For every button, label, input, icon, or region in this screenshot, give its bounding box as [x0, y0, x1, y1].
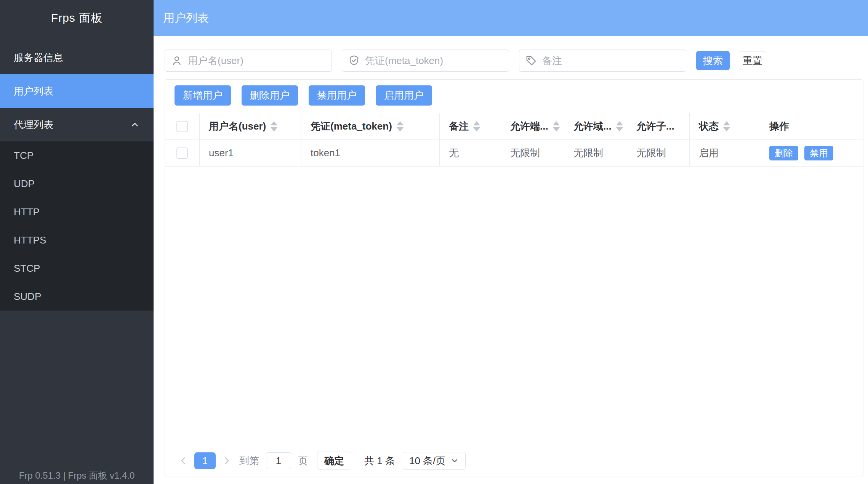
sidebar-item-http[interactable]: HTTP [0, 198, 154, 226]
header-actions: 操作 [760, 113, 863, 139]
user-icon [171, 55, 183, 66]
header-allowed-subdomains[interactable]: 允许子... [627, 113, 690, 139]
page-number-button[interactable]: 1 [194, 452, 216, 469]
header-allowed-ports[interactable]: 允许端... [501, 113, 564, 139]
add-user-button[interactable]: 新增用户 [175, 85, 231, 106]
user-table-panel: 新增用户 删除用户 禁用用户 启用用户 用户名(user) 凭证(meta_to… [165, 79, 863, 476]
row-checkbox-cell [165, 140, 200, 166]
delete-user-button[interactable]: 删除用户 [242, 85, 298, 106]
page-size-select[interactable]: 10 条/页 [403, 452, 466, 470]
header-allowed-domains[interactable]: 允许域... [564, 113, 627, 139]
sort-icon[interactable] [723, 121, 730, 131]
sidebar-item-label: 用户列表 [14, 85, 53, 98]
sort-icon[interactable] [397, 121, 404, 131]
sort-icon[interactable] [553, 121, 560, 131]
username-field-wrapper [165, 50, 332, 72]
row-disable-button[interactable]: 禁用 [804, 146, 833, 160]
note-input[interactable] [542, 55, 680, 67]
header-label: 备注 [449, 120, 469, 133]
chevron-up-icon [130, 120, 140, 130]
sidebar-item-server-info[interactable]: 服务器信息 [0, 41, 154, 74]
sidebar-menu: 服务器信息 用户列表 代理列表 TCP UDP HTTP HTTPS STCP … [0, 41, 154, 470]
cell-status: 启用 [690, 140, 760, 166]
sidebar-item-label: STCP [14, 263, 40, 274]
sidebar-item-label: UDP [14, 178, 35, 190]
main-area: 用户列表 搜索 重置 新增用户 删除用户 禁用用户 [154, 0, 868, 484]
sidebar: Frps 面板 服务器信息 用户列表 代理列表 TCP UDP HTTP HTT… [0, 0, 154, 484]
row-checkbox[interactable] [176, 147, 188, 159]
sidebar-item-https[interactable]: HTTPS [0, 226, 154, 254]
sidebar-item-sudp[interactable]: SUDP [0, 282, 154, 311]
frps-dashboard: Frps 面板 服务器信息 用户列表 代理列表 TCP UDP HTTP HTT… [0, 0, 868, 484]
header-status[interactable]: 状态 [690, 113, 760, 139]
cell-domains: 无限制 [564, 140, 627, 166]
reset-button[interactable]: 重置 [739, 51, 766, 70]
row-delete-button[interactable]: 删除 [769, 146, 798, 160]
sidebar-item-label: TCP [14, 150, 34, 162]
chevron-right-icon[interactable] [222, 456, 232, 466]
cell-note: 无 [440, 140, 501, 166]
tag-icon [525, 55, 537, 66]
header-label: 允许域... [573, 120, 612, 133]
header-label: 操作 [769, 120, 789, 133]
sidebar-item-proxy-list[interactable]: 代理列表 [0, 108, 154, 141]
enable-user-button[interactable]: 启用用户 [376, 85, 432, 106]
header-note[interactable]: 备注 [440, 113, 501, 139]
goto-page-input[interactable] [266, 452, 291, 469]
goto-suffix-label: 页 [298, 454, 308, 468]
disable-user-button[interactable]: 禁用用户 [309, 85, 365, 106]
note-field-wrapper [519, 50, 686, 72]
goto-prefix-label: 到第 [239, 454, 259, 468]
total-count-label: 共 1 条 [364, 454, 395, 468]
sort-icon[interactable] [473, 121, 480, 131]
sidebar-item-tcp[interactable]: TCP [0, 141, 154, 170]
select-all-checkbox[interactable] [176, 121, 188, 132]
header-label: 状态 [699, 120, 719, 133]
chevron-down-icon [450, 456, 459, 465]
header-token[interactable]: 凭证(meta_token) [301, 113, 440, 139]
header-checkbox-cell [165, 113, 200, 139]
cell-subdomains: 无限制 [627, 140, 690, 166]
username-input[interactable] [188, 55, 325, 67]
cell-ports: 无限制 [501, 140, 564, 166]
page-header: 用户列表 [154, 0, 868, 36]
version-text: Frp 0.51.3 | Frps 面板 v1.4.0 [0, 470, 154, 484]
sidebar-item-stcp[interactable]: STCP [0, 254, 154, 282]
sort-icon[interactable] [616, 121, 623, 131]
proxy-submenu: TCP UDP HTTP HTTPS STCP SUDP [0, 141, 154, 311]
header-label: 凭证(meta_token) [311, 120, 392, 133]
goto-confirm-button[interactable]: 确定 [317, 452, 351, 470]
header-label: 允许端... [510, 120, 548, 133]
sidebar-item-label: SUDP [14, 291, 41, 303]
pagination: 1 到第 页 确定 共 1 条 10 条/页 [165, 452, 863, 476]
sidebar-item-label: HTTPS [14, 234, 46, 246]
user-table: 用户名(user) 凭证(meta_token) 备注 允许端... [165, 113, 863, 167]
sidebar-item-user-list[interactable]: 用户列表 [0, 74, 154, 108]
cell-username: user1 [200, 140, 301, 166]
sidebar-item-label: HTTP [14, 206, 40, 218]
search-row: 搜索 重置 [165, 50, 863, 72]
sidebar-item-label: 代理列表 [14, 118, 53, 131]
header-label: 用户名(user) [209, 120, 266, 133]
cell-token: token1 [301, 140, 440, 166]
search-button[interactable]: 搜索 [696, 51, 730, 70]
page-size-value: 10 条/页 [409, 454, 445, 468]
sidebar-item-label: 服务器信息 [14, 51, 63, 64]
chevron-left-icon[interactable] [178, 456, 188, 466]
token-input[interactable] [365, 55, 503, 67]
token-field-wrapper [342, 50, 509, 72]
header-label: 允许子... [636, 120, 674, 133]
table-row: user1 token1 无 无限制 无限制 无限制 启用 删除 禁用 [165, 140, 863, 167]
sidebar-item-udp[interactable]: UDP [0, 170, 154, 198]
shield-check-icon [348, 55, 360, 66]
sort-icon[interactable] [271, 121, 277, 131]
app-title: Frps 面板 [0, 0, 154, 36]
cell-actions: 删除 禁用 [760, 140, 863, 166]
table-header-row: 用户名(user) 凭证(meta_token) 备注 允许端... [165, 113, 863, 140]
header-username[interactable]: 用户名(user) [200, 113, 301, 139]
page-title: 用户列表 [163, 10, 209, 26]
toolbar: 新增用户 删除用户 禁用用户 启用用户 [165, 80, 863, 106]
